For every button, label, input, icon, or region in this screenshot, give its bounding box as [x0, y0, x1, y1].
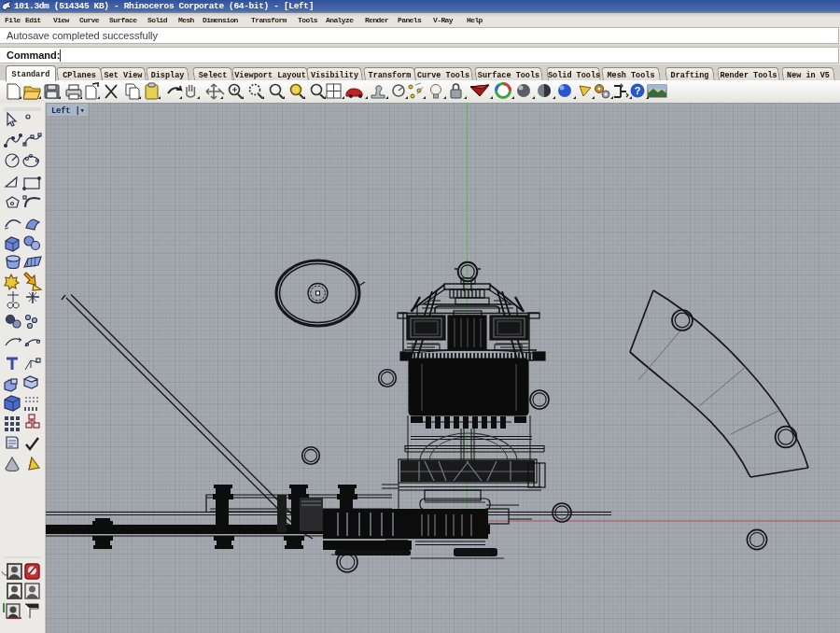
svg-text:?: ? — [635, 85, 641, 96]
